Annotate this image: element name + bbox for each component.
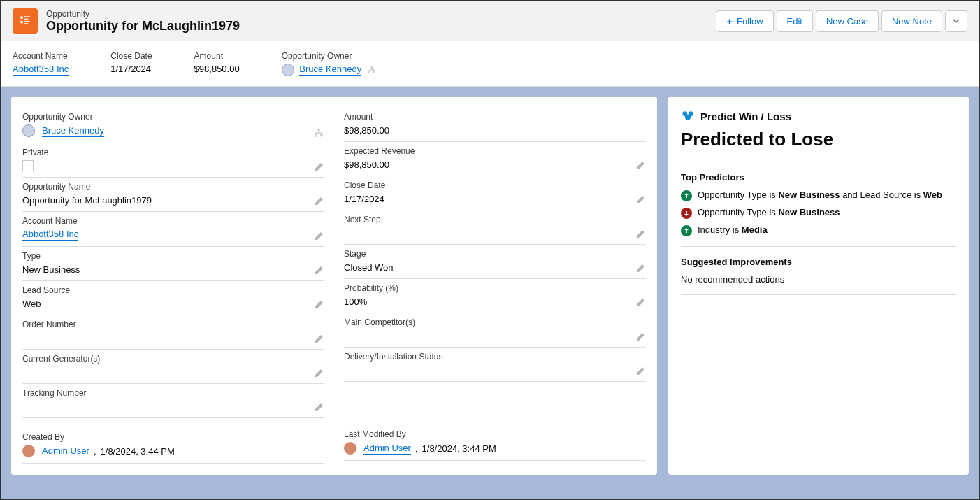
field-owner: Opportunity Owner Bruce Kennedy	[22, 108, 324, 143]
field-account-link[interactable]: Abbott358 Inc	[22, 229, 78, 241]
field-next-step-value	[344, 227, 646, 238]
last-modified-date: 1/8/2024, 3:44 PM	[422, 443, 496, 454]
summary-account: Account Name Abbott358 Inc	[13, 51, 69, 76]
field-order-number-value	[22, 332, 324, 343]
edit-icon[interactable]	[313, 368, 324, 379]
field-created-by: Created By Admin User, 1/8/2024, 3:44 PM	[22, 428, 324, 464]
field-owner-label: Opportunity Owner	[22, 112, 324, 122]
follow-button[interactable]: + Follow	[716, 10, 773, 32]
svg-point-2	[685, 115, 691, 120]
edit-icon[interactable]	[635, 331, 646, 343]
field-order-number: Order Number	[22, 315, 324, 350]
field-probability-label: Probability (%)	[344, 283, 646, 293]
field-current-generators-label: Current Generator(s)	[22, 354, 324, 364]
field-name-value: Opportunity for McLaughlin1979	[22, 194, 324, 206]
created-by-user-link[interactable]: Admin User	[42, 445, 89, 457]
field-owner-link[interactable]: Bruce Kennedy	[42, 125, 104, 137]
edit-button[interactable]: Edit	[777, 10, 813, 32]
field-last-modified-label: Last Modified By	[344, 429, 646, 439]
hierarchy-icon[interactable]	[367, 65, 377, 75]
avatar-icon	[22, 124, 35, 137]
edit-icon[interactable]	[313, 299, 324, 310]
header-actions: + Follow Edit New Case New Note	[716, 10, 967, 32]
summary-amount: Amount $98,850.00	[194, 51, 240, 76]
top-predictors-title: Top Predictors	[681, 172, 956, 183]
field-next-step-label: Next Step	[344, 215, 646, 224]
field-amount: Amount $98,850.00	[344, 108, 646, 142]
field-private: Private	[22, 143, 324, 178]
field-stage-value: Closed Won	[344, 262, 646, 273]
arrow-up-icon	[681, 225, 692, 236]
header-text: Opportunity Opportunity for McLaughlin19…	[46, 9, 716, 34]
field-expected-revenue-label: Expected Revenue	[344, 146, 646, 156]
chevron-down-icon	[953, 17, 960, 24]
edit-icon[interactable]	[635, 160, 646, 171]
edit-label: Edit	[787, 16, 802, 27]
summary-close-date: Close Date 1/17/2024	[110, 51, 152, 76]
hierarchy-icon[interactable]	[313, 127, 324, 138]
predictor-row: Industry is Media	[681, 224, 956, 236]
predictor-text: Opportunity Type is New Business and Lea…	[698, 190, 942, 200]
field-delivery-status: Delivery/Installation Status	[344, 348, 646, 382]
field-amount-value: $98,850.00	[344, 124, 646, 136]
prediction-result: Predicted to Lose	[681, 129, 956, 150]
summary-owner-link[interactable]: Bruce Kennedy	[299, 64, 361, 76]
field-lead-source-label: Lead Source	[22, 285, 324, 295]
prediction-panel: Predict Win / Loss Predicted to Lose Top…	[668, 97, 969, 475]
summary-close-date-label: Close Date	[110, 51, 152, 61]
new-note-label: New Note	[892, 16, 932, 27]
field-lead-source: Lead Source Web	[22, 281, 324, 315]
summary-account-link[interactable]: Abbott358 Inc	[13, 64, 69, 76]
field-type: Type New Business	[22, 247, 324, 281]
field-created-by-label: Created By	[22, 432, 324, 442]
edit-icon[interactable]	[635, 297, 646, 308]
new-case-button[interactable]: New Case	[816, 10, 879, 32]
field-delivery-status-value	[344, 364, 646, 376]
opportunity-icon	[13, 8, 38, 34]
edit-icon[interactable]	[313, 196, 324, 207]
edit-icon[interactable]	[313, 334, 324, 345]
new-note-button[interactable]: New Note	[881, 10, 942, 32]
edit-icon[interactable]	[313, 402, 324, 413]
field-next-step: Next Step	[344, 210, 646, 245]
field-delivery-status-label: Delivery/Installation Status	[344, 352, 646, 362]
edit-icon[interactable]	[635, 194, 646, 206]
field-type-value: New Business	[22, 264, 324, 275]
field-amount-label: Amount	[344, 112, 646, 122]
edit-icon[interactable]	[313, 231, 324, 242]
summary-close-date-value: 1/17/2024	[110, 64, 152, 74]
edit-icon[interactable]	[635, 366, 646, 377]
avatar-icon	[344, 442, 356, 455]
edit-icon[interactable]	[313, 162, 324, 173]
header-subtitle: Opportunity	[46, 9, 716, 19]
field-order-number-label: Order Number	[22, 320, 324, 329]
plus-icon: +	[726, 15, 733, 27]
arrow-up-icon	[681, 190, 692, 201]
field-name-label: Opportunity Name	[22, 182, 324, 192]
field-probability: Probability (%) 100%	[344, 279, 646, 313]
field-expected-revenue-value: $98,850.00	[344, 159, 646, 170]
field-current-generators: Current Generator(s)	[22, 350, 324, 384]
predictor-row: Opportunity Type is New Business and Lea…	[681, 190, 956, 201]
divider	[681, 162, 956, 162]
prediction-header-title: Predict Win / Loss	[700, 110, 791, 122]
summary-account-label: Account Name	[13, 51, 69, 61]
page-header: Opportunity Opportunity for McLaughlin19…	[1, 1, 979, 41]
more-actions-button[interactable]	[945, 10, 967, 32]
field-account-label: Account Name	[22, 216, 324, 226]
last-modified-user-link[interactable]: Admin User	[363, 443, 411, 455]
field-current-generators-value	[22, 366, 324, 378]
field-main-competitors: Main Competitor(s)	[344, 313, 646, 348]
field-stage: Stage Closed Won	[344, 245, 646, 279]
created-by-date: 1/8/2024, 3:44 PM	[101, 446, 175, 457]
edit-icon[interactable]	[313, 265, 324, 276]
field-close-date-value: 1/17/2024	[344, 193, 646, 204]
prediction-header: Predict Win / Loss	[681, 109, 956, 123]
summary-owner: Opportunity Owner Bruce Kennedy	[282, 51, 377, 76]
edit-icon[interactable]	[635, 263, 646, 274]
field-main-competitors-label: Main Competitor(s)	[344, 317, 646, 327]
einstein-icon	[681, 109, 695, 123]
private-checkbox[interactable]	[22, 160, 34, 171]
edit-icon[interactable]	[635, 229, 646, 240]
field-tracking-number: Tracking Number	[22, 384, 324, 418]
